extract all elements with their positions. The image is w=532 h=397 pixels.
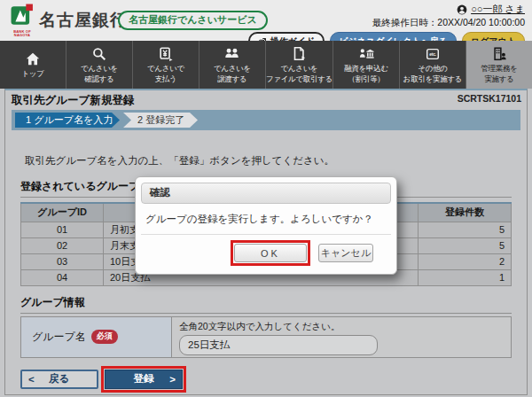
nav-item-top[interactable]: トップ [0, 41, 66, 89]
bank-logo: BANK OF NAGOYA [9, 4, 35, 38]
nav-item-label: 確認する [84, 74, 113, 84]
nav-item-label: 支払う [155, 74, 177, 84]
column-header-count: 登録件数 [419, 203, 512, 222]
instruction-text: 取引先グループ名を入力の上、「登録」ボタンを押してください。 [25, 154, 519, 167]
nav-item-label: でんさいで [147, 64, 184, 74]
group-count-cell: 2 [419, 253, 512, 269]
back-button-label: 戻る [49, 373, 69, 384]
bank-logo-icon [11, 4, 34, 27]
file-transfer-icon [291, 45, 307, 62]
group-name-form-row: グループ名 必須 全角20文字以内で入力してください。 [20, 316, 512, 358]
dialog-footer: OK キャンセル [141, 235, 391, 266]
nav-item-label: 譲渡する [217, 74, 246, 84]
ok-highlight-annotation: OK [231, 240, 310, 266]
group-id-cell: 04 [21, 269, 104, 285]
dialog-message: グループの登録を実行します。よろしいですか？ [141, 204, 391, 235]
group-name-field-label: グループ名 [32, 330, 86, 345]
nav-item-label: 実施する [484, 74, 513, 84]
last-operation-datetime: 最終操作日時：20XX/04/20 10:00:00 [248, 17, 525, 29]
nav-item-label: その他の [418, 64, 447, 74]
dialog-title: 確認 [141, 183, 391, 204]
group-info-section-title: グループ情報 [20, 295, 512, 314]
nav-item-label: トップ [21, 69, 43, 79]
etc-icon: etc. [425, 45, 441, 62]
group-id-cell: 01 [21, 222, 104, 237]
group-count-cell: 1 [419, 269, 512, 285]
admin-building-icon [491, 45, 508, 62]
ok-button[interactable]: OK [234, 244, 307, 262]
group-count-cell: 5 [419, 237, 512, 253]
loan-bank-icon [358, 45, 375, 62]
group-name-field-cell: 全角20文字以内で入力してください。 [172, 317, 511, 357]
submit-button[interactable]: 登録 > [105, 370, 183, 389]
user-name-link[interactable]: ○○一郎 さま [471, 3, 525, 16]
yen-document-icon [158, 45, 174, 62]
column-header-group-id: グループID [21, 203, 104, 222]
group-name-input[interactable] [179, 335, 378, 355]
back-button[interactable]: < 戻る [20, 370, 98, 389]
submit-highlight-annotation: 登録 > [101, 366, 186, 393]
service-badge: 名古屋銀行でんさいサービス [118, 11, 268, 30]
nav-item-label: でんさいを [81, 64, 118, 74]
group-name-field-label-cell: グループ名 必須 [21, 317, 172, 357]
nav-item-label: お取引を実施する [403, 74, 462, 84]
cancel-button[interactable]: キャンセル [318, 244, 373, 262]
group-id-cell: 03 [21, 253, 104, 269]
nav-item-other-transactions[interactable]: etc. その他の お取引を実施する [400, 41, 466, 89]
svg-text:etc.: etc. [429, 53, 436, 58]
group-info-section: グループ情報 グループ名 必須 全角20文字以内で入力してください。 [20, 295, 512, 358]
step-2-registration-complete: 2 登録完了 [123, 113, 198, 128]
nav-item-confirm-densai[interactable]: でんさいを 確認する [66, 41, 133, 89]
page-title: 取引先グループ新規登録 [12, 93, 134, 108]
nav-item-pay-densai[interactable]: でんさいで 支払う [133, 41, 200, 89]
home-icon [25, 51, 41, 67]
logo-caption: BANK OF NAGOYA [9, 30, 35, 38]
group-count-cell: 5 [419, 222, 512, 237]
submit-button-label: 登録 [134, 373, 154, 384]
nav-item-loan-application[interactable]: 融資を申込む （割引等） [333, 41, 400, 89]
nav-item-label: （割引等） [348, 74, 385, 84]
step-1-enter-group-name: 1 グループ名を入力 [15, 113, 120, 128]
nav-item-label: 管理業務を [481, 64, 517, 74]
nav-item-file-transaction[interactable]: でんさいを ファイルで取引する [266, 41, 333, 89]
nav-item-transfer-densai[interactable]: でんさいを 譲渡する [200, 41, 266, 89]
user-icon [457, 4, 467, 15]
bottom-actions: < 戻る 登録 > [20, 366, 512, 394]
chevron-right-icon: > [169, 374, 176, 385]
search-icon [91, 45, 107, 62]
site-header: BANK OF NAGOYA 名古屋銀行 名古屋銀行でんさいサービス ○○一郎 … [0, 0, 532, 41]
people-icon [223, 45, 240, 62]
required-badge: 必須 [91, 330, 118, 344]
nav-item-label: 融資を申込む [344, 64, 388, 74]
screen-id: SCRTSK17101 [458, 93, 521, 104]
main-nav: トップ でんさいを 確認する でんさいで 支払う でんさいを 譲渡する でんさい… [0, 41, 532, 89]
nav-item-label: でんさいを [214, 64, 251, 74]
nav-item-label: ファイルで取引する [266, 74, 332, 84]
confirm-dialog: 確認 グループの登録を実行します。よろしいですか？ OK キャンセル [135, 176, 397, 275]
input-note: 全角20文字以内で入力してください。 [179, 321, 504, 333]
group-id-cell: 02 [21, 237, 104, 253]
chevron-left-icon: < [28, 374, 35, 385]
bank-name: 名古屋銀行 [39, 9, 128, 32]
nav-item-label: でんさいを [280, 64, 317, 74]
nav-item-admin-tasks[interactable]: 管理業務を 実施する [466, 41, 532, 89]
step-indicator: 1 グループ名を入力 2 登録完了 [12, 110, 520, 130]
